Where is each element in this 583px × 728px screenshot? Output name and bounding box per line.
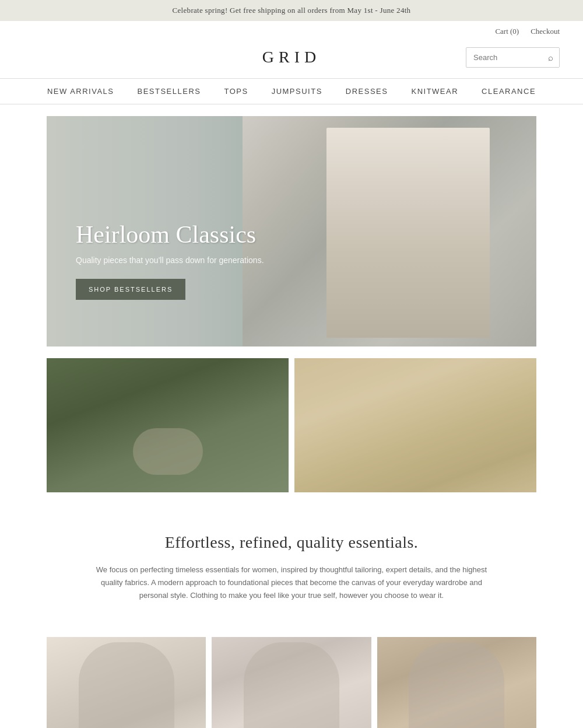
product-image-2 — [212, 637, 371, 728]
brand-statement-section: Effortless, refined, quality essentials.… — [0, 498, 583, 625]
product-model-1 — [79, 642, 174, 728]
product-card-2[interactable] — [212, 637, 371, 728]
two-col-left-image — [47, 358, 289, 492]
nav-jumpsuits[interactable]: JUMPSUITS — [272, 87, 322, 96]
brand-tagline: Effortless, refined, quality essentials. — [70, 533, 513, 552]
nav-tops[interactable]: TOPS — [224, 87, 248, 96]
right-image-overlay — [294, 358, 536, 492]
product-card-1[interactable] — [47, 637, 206, 728]
main-nav: NEW ARRIVALS BESTSELLERS TOPS JUMPSUITS … — [0, 78, 583, 104]
product-image-3 — [377, 637, 536, 728]
search-input[interactable] — [466, 48, 542, 66]
header: GRID ⌕ — [0, 42, 583, 78]
product-grid — [47, 637, 536, 728]
checkout-link[interactable]: Checkout — [531, 27, 560, 36]
product-image-1 — [47, 637, 206, 728]
hero-content: Heirloom Classics Quality pieces that yo… — [76, 220, 264, 300]
hero-title: Heirloom Classics — [76, 220, 264, 249]
site-logo[interactable]: GRID — [262, 48, 321, 66]
product-model-3 — [409, 642, 504, 728]
announcement-bar: Celebrate spring! Get free shipping on a… — [0, 0, 583, 21]
search-button[interactable]: ⌕ — [542, 48, 559, 67]
hero-cta-button[interactable]: SHOP BESTSELLERS — [76, 279, 185, 300]
nav-knitwear[interactable]: KNITWEAR — [411, 87, 458, 96]
hero-subtitle: Quality pieces that you'll pass down for… — [76, 256, 264, 265]
nav-dresses[interactable]: DRESSES — [346, 87, 388, 96]
left-image-detail — [133, 428, 203, 475]
cart-link[interactable]: Cart (0) — [495, 27, 519, 36]
nav-new-arrivals[interactable]: NEW ARRIVALS — [47, 87, 114, 96]
nav-clearance[interactable]: CLEARANCE — [482, 87, 536, 96]
hero-model-image — [326, 128, 490, 338]
search-form: ⌕ — [466, 47, 560, 68]
brand-description: We focus on perfecting timeless essentia… — [87, 564, 496, 602]
product-model-2 — [244, 642, 339, 728]
product-card-3[interactable] — [377, 637, 536, 728]
hero-section: Heirloom Classics Quality pieces that yo… — [47, 116, 536, 346]
two-col-right-image — [294, 358, 536, 492]
announcement-text: Celebrate spring! Get free shipping on a… — [173, 6, 411, 15]
utility-bar: Cart (0) Checkout — [0, 21, 583, 42]
nav-bestsellers[interactable]: BESTSELLERS — [137, 87, 201, 96]
two-col-section — [47, 358, 536, 492]
